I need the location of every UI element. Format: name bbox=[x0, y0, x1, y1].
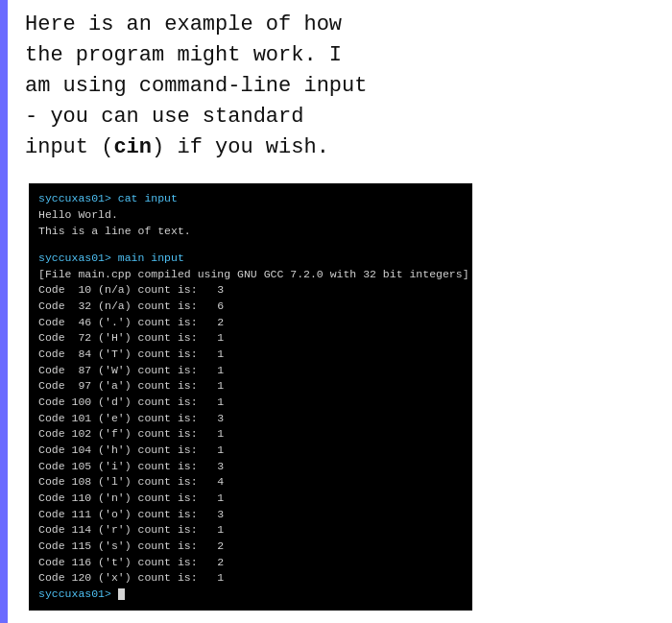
terminal-empty-1 bbox=[38, 239, 463, 251]
terminal-line-4: syccuxas01> main input bbox=[38, 251, 463, 267]
terminal-line-17: Code 105 ('i') count is: 3 bbox=[38, 459, 463, 475]
terminal-line-14: Code 101 ('e') count is: 3 bbox=[38, 411, 463, 427]
cin-keyword: cin bbox=[113, 135, 152, 159]
left-accent-bar bbox=[0, 0, 8, 623]
terminal-line-9: Code 72 ('H') count is: 1 bbox=[38, 330, 463, 347]
desc-line5-end: ) if you wish. bbox=[152, 135, 329, 159]
terminal-line-16: Code 104 ('h') count is: 1 bbox=[38, 443, 463, 459]
terminal-line-6: Code 10 (n/a) count is: 3 bbox=[38, 282, 463, 299]
main-content: Here is an example of how the program mi… bbox=[8, 0, 672, 623]
terminal-line-21: Code 114 ('r') count is: 1 bbox=[38, 522, 463, 539]
terminal-line-3: This is a line of text. bbox=[38, 224, 463, 240]
terminal-line-8: Code 46 ('.') count is: 2 bbox=[38, 315, 463, 331]
desc-line2: the program might work. I bbox=[25, 43, 342, 67]
terminal-line-22: Code 115 ('s') count is: 2 bbox=[38, 539, 463, 555]
desc-line1: Here is an example of how bbox=[25, 12, 342, 36]
terminal-cursor bbox=[118, 588, 125, 600]
terminal-line-20: Code 111 ('o') count is: 3 bbox=[38, 507, 463, 523]
terminal-line-5: [File main.cpp compiled using GNU GCC 7.… bbox=[38, 267, 463, 283]
terminal-line-11: Code 87 ('W') count is: 1 bbox=[38, 363, 463, 379]
desc-line5-start: input ( bbox=[25, 135, 113, 159]
terminal-line-24: Code 120 ('x') count is: 1 bbox=[38, 570, 463, 587]
description-paragraph: Here is an example of how the program mi… bbox=[25, 10, 655, 162]
terminal-line-23: Code 116 ('t') count is: 2 bbox=[38, 555, 463, 571]
terminal-line-2: Hello World. bbox=[38, 207, 463, 224]
terminal-line-1: syccuxas01> cat input bbox=[38, 191, 463, 207]
terminal-window: syccuxas01> cat input Hello World. This … bbox=[29, 183, 472, 610]
terminal-line-7: Code 32 (n/a) count is: 6 bbox=[38, 299, 463, 315]
terminal-line-19: Code 110 ('n') count is: 1 bbox=[38, 491, 463, 507]
desc-line4: - you can use standard bbox=[25, 105, 303, 129]
terminal-line-18: Code 108 ('l') count is: 4 bbox=[38, 474, 463, 491]
terminal-prompt-end: syccuxas01> bbox=[38, 587, 463, 603]
terminal-line-12: Code 97 ('a') count is: 1 bbox=[38, 378, 463, 395]
terminal-line-15: Code 102 ('f') count is: 1 bbox=[38, 426, 463, 443]
terminal-line-13: Code 100 ('d') count is: 1 bbox=[38, 395, 463, 411]
desc-line3: am using command-line input bbox=[25, 74, 367, 98]
terminal-line-10: Code 84 ('T') count is: 1 bbox=[38, 347, 463, 363]
